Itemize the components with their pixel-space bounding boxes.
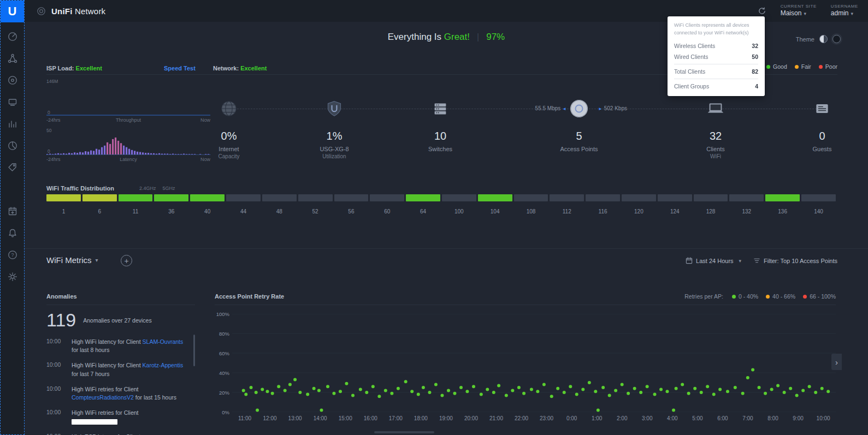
filter-selector[interactable]: Filter: Top 10 Access Points [753,257,837,264]
x-axis-label: 11:00 [232,415,257,421]
anomalies-title: Anomalies [46,293,195,305]
legend-dot [766,65,770,69]
shield-icon [291,96,378,121]
x-axis-label: 0:00 [559,415,584,421]
metrics-controls: Last 24 Hours ▾ Filter: Top 10 Access Po… [686,257,837,264]
retry-scatter-svg [232,314,836,412]
channel-label: 104 [478,208,512,214]
node-label: Internet [185,146,273,152]
retry-rate-plot: 0%20%40%60%80%100% [232,314,836,412]
x-axis-label: 18:00 [408,415,433,421]
unifi-logo-letter: U [8,4,17,19]
retry-rate-panel: Access Point Retry Rate Retries per AP: … [215,293,836,435]
y-axis-label: 80% [212,331,229,337]
channel-label: 100 [442,208,476,214]
sidebar-item-alerts[interactable] [1,223,24,245]
sidebar-item-help[interactable]: ? [1,245,24,267]
client-link[interactable]: SLAM-Ouvrants [143,338,184,345]
chevron-down-icon: ▾ [851,11,854,16]
anomaly-time: 10:00 [46,409,67,425]
sidebar-item-clients[interactable] [1,92,24,114]
anomalies-summary-row: 119 Anomalies over 27 devices [46,309,195,331]
sidebar-item-topology[interactable] [1,49,24,70]
theme-light-button[interactable] [819,35,828,43]
speed-test-link[interactable]: Speed Test [164,65,196,71]
legend-label: 66 - 100% [810,293,836,300]
node-sublabel: WiFi [672,153,759,159]
channel-108: 108 [514,194,548,214]
chevron-right-icon: › [835,357,838,367]
y-axis-label: 60% [212,350,229,356]
anomaly-text: High WiFi latency for Client [72,362,143,368]
sidebar-item-devices[interactable] [1,70,24,92]
dashboard-icon [7,31,18,44]
retry-legend: Retries per AP: 0 - 40%40 - 66%66 - 100% [684,293,836,300]
x-axis-label: 5:00 [685,415,710,421]
statistics-icon [7,118,18,132]
sidebar-item-insights[interactable] [1,136,24,158]
theme-dark-button[interactable] [832,35,841,43]
network-value: Excellent [240,65,267,71]
channel-bar [370,194,404,201]
x-axis-label: 3:00 [635,415,660,421]
devices-icon [7,75,18,88]
x-axis-label: 7:00 [735,415,760,421]
node-value: 1% [291,130,378,142]
sidebar-item-statistics[interactable] [1,114,24,136]
channel-116: 116 [586,194,620,214]
channel-6: 6 [82,194,117,214]
wifi-metrics-dropdown[interactable]: WiFi Metrics ▾ [46,255,98,265]
tooltip-row-label: Total Clients [674,68,705,75]
legend-label: 0 - 40% [739,293,758,300]
channel-104: 104 [478,194,512,214]
section-divider [25,248,868,249]
tooltip-description: WiFi Clients represents all devices conn… [674,22,758,37]
refresh-icon[interactable] [758,7,766,15]
throughput-min-label: 0 [48,110,50,115]
sidebar-item-tags[interactable] [1,158,24,180]
wifi-metrics-title: WiFi Metrics [46,255,92,265]
sidebar-item-dashboard[interactable] [1,27,24,49]
channel-label: 132 [729,208,764,214]
chevron-down-icon: ▾ [804,11,806,16]
node-value: 5 [535,130,623,142]
band-labels: 2.4GHz 5GHz [139,186,175,191]
x-axis-label: 23:00 [534,415,559,421]
svg-text:?: ? [11,252,14,258]
site-selector[interactable]: CURRENT SITE Maison▾ [781,4,817,18]
app-logo[interactable]: U [1,1,24,22]
sidebar-item-settings[interactable] [1,267,24,289]
channel-label: 140 [801,208,836,214]
time-range-selector[interactable]: Last 24 Hours ▾ [686,257,741,264]
path-node-access-points: 5 Access Points [535,96,623,152]
user-selector-value: admin [831,9,849,17]
channel-label: 124 [658,208,692,214]
client-link[interactable]: Karotz-Appentis [143,362,184,368]
anomalies-list: 10:00High WiFi latency for Client SLAM-O… [46,338,195,435]
horizontal-scrollbar[interactable] [374,431,434,433]
user-selector[interactable]: USERNAME admin▾ [831,4,858,18]
quality-legend-item: Fair [795,63,811,70]
filter-icon [753,257,760,264]
x-axis-label: 12:00 [257,415,282,421]
channel-label: 112 [550,208,584,214]
network-app-icon [37,7,46,16]
add-metric-button[interactable]: + [121,255,132,266]
sidebar-item-events[interactable] [1,201,24,223]
tooltip-row-value: 50 [752,53,758,60]
anomaly-description: High WiFi retries for Client [72,409,184,425]
legend-dot [803,295,807,299]
isp-load-heading: ISP Load: Excellent [46,65,102,71]
tooltip-row-label: Client Groups [674,83,709,90]
anomalies-scrollbar[interactable] [193,335,195,366]
channel-36: 36 [154,194,188,214]
chart-next-button[interactable]: › [831,354,842,370]
list-item: 10:00High WiFi retries for Client Compte… [46,385,195,402]
y-axis-label: 20% [212,390,229,396]
channel-label: 116 [586,208,620,214]
client-link[interactable]: CompteursRadiationsV2 [72,394,134,401]
brand: UniFi Network [37,7,105,16]
retry-legend-item: 0 - 40% [732,293,758,300]
guest-badge-icon [778,96,866,121]
network-heading: Network: Excellent [213,65,267,71]
